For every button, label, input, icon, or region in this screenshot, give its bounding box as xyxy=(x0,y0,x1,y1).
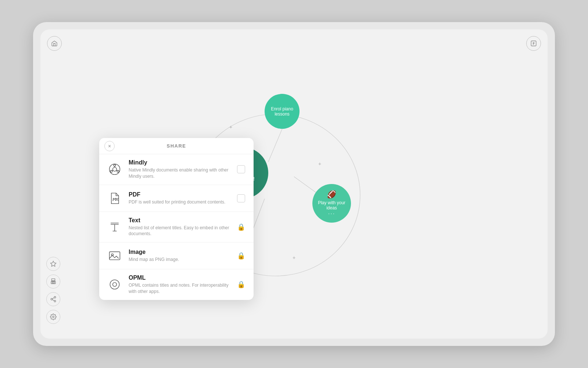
image-icon xyxy=(107,248,123,264)
text-lock-icon: 🔒 xyxy=(237,223,245,231)
svg-point-11 xyxy=(114,164,115,166)
svg-point-26 xyxy=(51,298,53,300)
mindly-checkbox[interactable] xyxy=(237,165,245,173)
mindly-icon xyxy=(107,161,123,177)
svg-point-19 xyxy=(110,280,119,289)
image-desc: Mind map as PNG image. xyxy=(129,256,230,263)
share-item-image[interactable]: Image Mind map as PNG image. 🔒 xyxy=(99,243,254,269)
opml-text: OPML OPML contains titles and notes. For… xyxy=(129,275,230,295)
svg-point-9 xyxy=(110,164,120,175)
share-header: × SHARE xyxy=(99,138,254,154)
opml-lock-icon: 🔒 xyxy=(237,280,245,289)
home-button[interactable] xyxy=(47,36,62,51)
print-button[interactable] xyxy=(46,275,60,289)
settings-button[interactable] xyxy=(46,310,60,324)
mindly-name: Mindly xyxy=(129,159,230,166)
pdf-checkbox[interactable] xyxy=(237,194,245,202)
svg-text:+: + xyxy=(318,161,321,167)
opml-desc: OPML contains titles and notes. For inte… xyxy=(129,282,230,295)
image-lock-icon: 🔒 xyxy=(237,252,245,260)
pdf-checkbox-wrap xyxy=(236,194,246,202)
play-dots: ··· xyxy=(328,210,335,217)
node-enrol[interactable]: Enrol piano lessons xyxy=(265,94,300,129)
device-frame: + + + 😊 Welcome! Enrol piano lessons 🏈 P… xyxy=(33,22,555,346)
share-item-mindly[interactable]: Mindly Native Mindly documents enable sh… xyxy=(99,154,254,185)
svg-line-28 xyxy=(52,300,54,301)
left-sidebar xyxy=(46,257,60,324)
node-play[interactable]: 🏈 Play with your ideas ··· xyxy=(312,184,351,223)
share-sidebar-button[interactable] xyxy=(46,292,60,306)
share-title: SHARE xyxy=(166,143,186,149)
text-icon xyxy=(107,219,123,235)
svg-point-30 xyxy=(53,316,54,318)
play-label: Play with your ideas xyxy=(312,200,351,210)
mindly-checkbox-wrap xyxy=(236,165,246,173)
export-button[interactable] xyxy=(526,36,541,51)
svg-point-25 xyxy=(54,297,56,298)
svg-point-12 xyxy=(117,170,119,172)
pdf-desc: PDF is well suited for printing document… xyxy=(129,199,230,205)
svg-point-27 xyxy=(54,300,56,302)
opml-icon xyxy=(107,276,123,293)
mindly-desc: Native Mindly documents enable sharing w… xyxy=(129,167,230,180)
svg-point-20 xyxy=(113,283,117,287)
svg-point-13 xyxy=(110,170,112,172)
text-name: Text xyxy=(129,217,230,224)
share-close-button[interactable]: × xyxy=(104,141,115,151)
pdf-icon xyxy=(107,190,123,206)
opml-name: OPML xyxy=(129,275,230,281)
svg-line-29 xyxy=(52,298,54,299)
svg-text:+: + xyxy=(293,255,295,261)
mindly-text: Mindly Native Mindly documents enable sh… xyxy=(129,159,230,180)
share-item-opml[interactable]: OPML OPML contains titles and notes. For… xyxy=(99,269,254,300)
svg-line-2 xyxy=(268,127,283,162)
svg-rect-24 xyxy=(52,282,54,283)
share-item-text[interactable]: Text Nested list of element titles. Easy… xyxy=(99,212,254,243)
svg-point-10 xyxy=(113,167,117,171)
play-emoji: 🏈 xyxy=(327,190,336,199)
image-text: Image Mind map as PNG image. xyxy=(129,249,230,263)
text-text: Text Nested list of element titles. Easy… xyxy=(129,217,230,237)
share-item-pdf[interactable]: PDF PDF is well suited for printing docu… xyxy=(99,185,254,212)
image-name: Image xyxy=(129,249,230,255)
enrol-label: Enrol piano lessons xyxy=(265,106,300,117)
opml-lock-wrap: 🔒 xyxy=(236,280,246,289)
favorites-button[interactable] xyxy=(46,257,60,271)
share-panel: × SHARE xyxy=(99,138,254,300)
screen: + + + 😊 Welcome! Enrol piano lessons 🏈 P… xyxy=(40,29,548,339)
svg-marker-21 xyxy=(51,261,56,266)
svg-text:+: + xyxy=(229,124,232,130)
svg-rect-17 xyxy=(110,252,120,260)
text-lock-wrap: 🔒 xyxy=(236,223,246,231)
pdf-text: PDF PDF is well suited for printing docu… xyxy=(129,191,230,205)
text-desc: Nested list of element titles. Easy to e… xyxy=(129,225,230,237)
pdf-name: PDF xyxy=(129,191,230,198)
image-lock-wrap: 🔒 xyxy=(236,252,246,260)
